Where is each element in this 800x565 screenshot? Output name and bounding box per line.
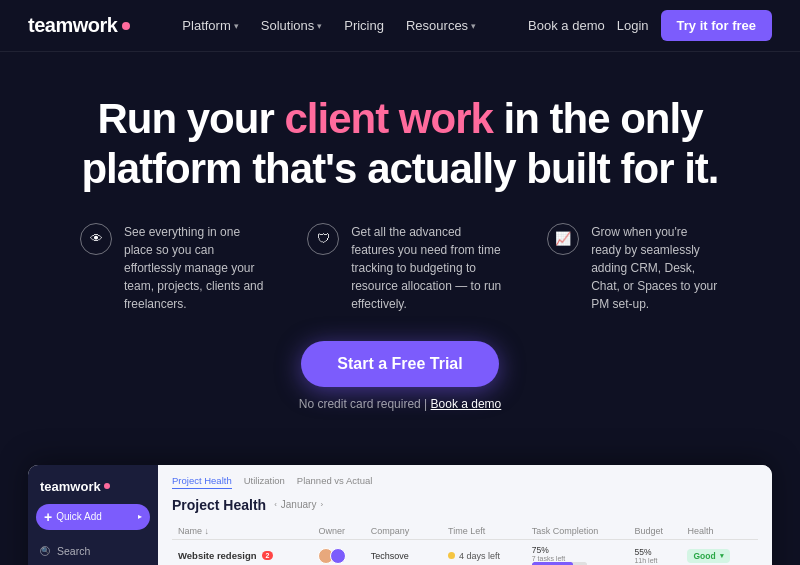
prev-month-icon[interactable]: ‹ (274, 500, 277, 509)
month-nav: ‹ January › (274, 499, 323, 510)
db-logo: teamwork (28, 475, 158, 504)
table-row: Website redesign 2 Techsove (172, 539, 758, 565)
col-completion: Task Completion (526, 523, 629, 540)
project-badge-1: 2 (262, 551, 274, 560)
nav-pricing[interactable]: Pricing (336, 14, 392, 37)
cta-section: Start a Free Trial No credit card requir… (80, 341, 720, 411)
dashboard-preview: teamwork + Quick Add ▸ 🔍 Search ◻ My Wor… (28, 465, 772, 565)
chevron-down-icon: ▾ (234, 21, 239, 31)
next-month-icon[interactable]: › (320, 500, 323, 509)
start-trial-button[interactable]: Start a Free Trial (301, 341, 498, 387)
feature-text-1: See everything in one place so you can e… (124, 223, 267, 313)
db-tabs: Project Health Utilization Planned vs Ac… (172, 475, 758, 489)
db-logo-dot (104, 483, 110, 489)
nav-solutions[interactable]: Solutions ▾ (253, 14, 330, 37)
completion-cell-1: 75% 7 tasks left (526, 539, 629, 565)
try-free-button[interactable]: Try it for free (661, 10, 772, 41)
col-health: Health (681, 523, 758, 540)
col-company: Company (365, 523, 442, 540)
shield-icon: 🛡 (307, 223, 339, 255)
col-name: Name ↓ (172, 523, 312, 540)
company-cell-1: Techsove (365, 539, 442, 565)
logo-text: teamwork (28, 14, 117, 37)
tab-planned-vs-actual[interactable]: Planned vs Actual (297, 475, 373, 489)
book-demo-link[interactable]: Book a demo (528, 18, 605, 33)
feature-text-2: Get all the advanced features you need f… (351, 223, 507, 313)
login-link[interactable]: Login (617, 18, 649, 33)
hero-headline: Run your client work in the only platfor… (80, 94, 720, 195)
project-health-table: Name ↓ Owner Company Time Left Task Comp… (172, 523, 758, 565)
navbar: teamwork Platform ▾ Solutions ▾ Pricing … (0, 0, 800, 52)
eye-icon: 👁 (80, 223, 112, 255)
feature-item-1: 👁 See everything in one place so you can… (80, 223, 267, 313)
nav-links: Platform ▾ Solutions ▾ Pricing Resources… (174, 14, 484, 37)
tab-utilization[interactable]: Utilization (244, 475, 285, 489)
chevron-down-icon: ▾ (720, 552, 724, 560)
feature-item-2: 🛡 Get all the advanced features you need… (307, 223, 507, 313)
chart-icon: 📈 (547, 223, 579, 255)
headline-highlight: client work (284, 95, 492, 142)
logo: teamwork (28, 14, 130, 37)
timeleft-cell-1: 4 days left (442, 539, 526, 565)
cta-subtext: No credit card required | Book a demo (80, 397, 720, 411)
health-badge: Good ▾ (687, 549, 729, 563)
avatar (330, 548, 346, 564)
quick-add-chevron: ▸ (138, 512, 142, 521)
nav-actions: Book a demo Login Try it for free (528, 10, 772, 41)
db-page-title: Project Health (172, 497, 266, 513)
quick-add-button[interactable]: + Quick Add ▸ (36, 504, 150, 530)
book-demo-link-cta[interactable]: Book a demo (431, 397, 502, 411)
logo-dot (122, 22, 130, 30)
hero-section: Run your client work in the only platfor… (0, 52, 800, 451)
nav-resources[interactable]: Resources ▾ (398, 14, 484, 37)
search-icon: 🔍 (40, 546, 50, 556)
tab-project-health[interactable]: Project Health (172, 475, 232, 489)
time-indicator-icon (448, 552, 455, 559)
chevron-down-icon: ▾ (317, 21, 322, 31)
db-header: Project Health ‹ January › (172, 497, 758, 513)
plus-icon: + (44, 509, 52, 525)
headline-start: Run your (97, 95, 284, 142)
health-cell-1: Good ▾ (681, 539, 758, 565)
col-timeleft: Time Left (442, 523, 526, 540)
col-owner: Owner (312, 523, 364, 540)
feature-list: 👁 See everything in one place so you can… (80, 223, 720, 313)
col-budget: Budget (628, 523, 681, 540)
feature-text-3: Grow when you're ready by seamlessly add… (591, 223, 720, 313)
owner-cell-1 (312, 539, 364, 565)
db-sidebar: teamwork + Quick Add ▸ 🔍 Search ◻ My Wor… (28, 465, 158, 565)
chevron-down-icon: ▾ (471, 21, 476, 31)
project-name-1: Website redesign 2 (178, 550, 306, 561)
feature-item-3: 📈 Grow when you're ready by seamlessly a… (547, 223, 720, 313)
budget-cell-1: 55% 11h left (628, 539, 681, 565)
db-main: Project Health Utilization Planned vs Ac… (158, 465, 772, 565)
nav-platform[interactable]: Platform ▾ (174, 14, 246, 37)
db-nav-search[interactable]: 🔍 Search (28, 540, 158, 562)
